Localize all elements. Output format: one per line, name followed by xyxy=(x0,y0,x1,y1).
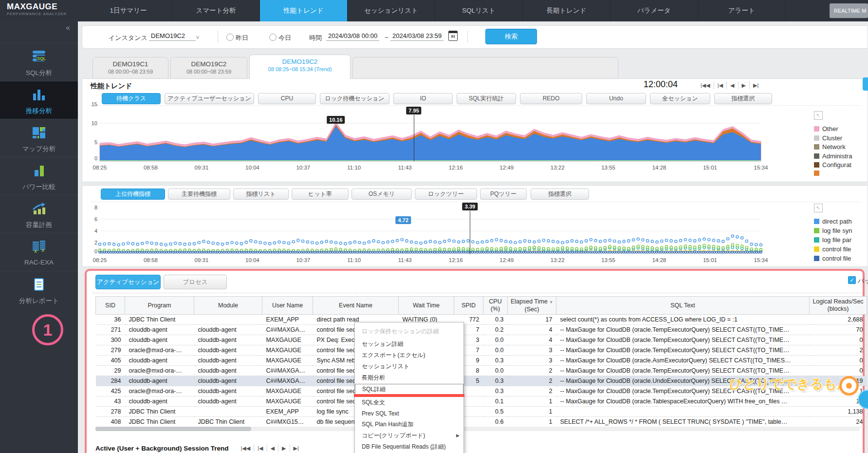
column-header-9[interactable]: SQL Text xyxy=(556,297,810,315)
table-row[interactable]: 300clouddb-agentclouddb-agentMAXGAUGEPX … xyxy=(96,335,867,345)
nav-tab-0[interactable]: 1日サマリー xyxy=(85,0,172,21)
menu-item-9[interactable]: コピー(クリップボード)▶ xyxy=(355,430,463,441)
column-header-3[interactable]: User Name xyxy=(262,297,313,315)
table-row[interactable]: 278JDBC Thin ClientEXEM_APPlog file sync… xyxy=(96,407,867,417)
sidebar-item-label: RAC-EXA xyxy=(0,259,78,266)
instance-tab-2[interactable]: DEMO19C208 08:25~08 15:34 (Trend) xyxy=(249,55,351,79)
chart2-tab-2[interactable]: 指標リスト xyxy=(233,189,289,200)
session-tab-1[interactable]: プロセス xyxy=(164,275,227,289)
background-checkbox[interactable]: ✓ xyxy=(848,276,856,284)
column-header-6[interactable]: SPID xyxy=(454,297,483,315)
menu-item-3[interactable]: セッションリスト xyxy=(355,361,463,372)
chart1-tab-9[interactable]: 指標選択 xyxy=(714,93,772,104)
instance-tab-3[interactable] xyxy=(352,57,618,79)
nav-tab-4[interactable]: SQLリスト xyxy=(435,0,523,21)
chart2-tab-5[interactable]: ロックツリー xyxy=(415,189,477,200)
table-row[interactable]: 279oracle@mxd-ora-…clouddb-agentMAXGAUGE… xyxy=(96,345,867,356)
footer-control-0[interactable]: |◀◀ xyxy=(237,444,254,452)
menu-item-10[interactable]: DB File Sequential Reads (詳細) xyxy=(355,441,463,453)
yesterday-radio[interactable] xyxy=(226,34,234,41)
chevron-down-icon[interactable]: ∨ xyxy=(196,34,200,40)
playback-control-2[interactable]: ◀ xyxy=(726,81,738,89)
nav-tab-1[interactable]: スマート分析 xyxy=(172,0,260,21)
chart1-tab-5[interactable]: SQL実行統計 xyxy=(457,93,516,104)
footer-control-3[interactable]: ▶ xyxy=(278,444,289,452)
column-header-1[interactable]: Program xyxy=(125,297,194,315)
playback-control-1[interactable]: |◀ xyxy=(714,81,726,89)
menu-item-8[interactable]: SQL Plan Hash追加 xyxy=(355,419,463,430)
menu-item-4[interactable]: 長期分析 xyxy=(355,372,463,383)
chart2-tab-0[interactable]: 上位待機指標 xyxy=(101,189,165,200)
chart1-tab-7[interactable]: Undo xyxy=(586,93,646,104)
sidebar-item-5[interactable]: XXRAC-EXA xyxy=(0,233,78,271)
menu-item-6[interactable]: SQL全文 xyxy=(355,397,463,408)
table-cell: C##MAXGA… xyxy=(262,376,313,386)
chart2-tab-3[interactable]: ヒット率 xyxy=(292,189,349,200)
playback-control-3[interactable]: ▶ xyxy=(738,81,749,89)
column-header-7[interactable]: CPU(%) xyxy=(483,297,508,315)
chart1-tab-0[interactable]: 待機クラス xyxy=(102,93,161,104)
time-from-field[interactable]: 2024/03/08 00:00 xyxy=(326,32,379,41)
chart1-tab-2[interactable]: CPU xyxy=(258,93,316,104)
clipped-action-button[interactable] xyxy=(863,77,868,91)
column-header-10[interactable]: Logical Reads/Sec(blocks) xyxy=(810,297,867,315)
legend1-swatch xyxy=(814,144,819,150)
instance-select[interactable]: DEMO19C2 xyxy=(149,32,196,41)
table-row[interactable]: 408JDBC Thin ClientJDBC Thin ClientC##MX… xyxy=(96,417,867,427)
chart1-tab-8[interactable]: 全セッション xyxy=(650,93,710,104)
playback-control-4[interactable]: ▶| xyxy=(749,81,762,89)
footer-control-2[interactable]: ◀ xyxy=(267,444,278,452)
legend-popup-icon[interactable]: ↖ xyxy=(814,111,823,120)
column-header-8[interactable]: Elapsed Time ▼(Sec) xyxy=(508,297,556,315)
nav-tab-5[interactable]: 長期トレンド xyxy=(523,0,610,21)
sidebar-item-4[interactable]: 容量計画 xyxy=(0,195,78,233)
playback-control-0[interactable]: |◀◀ xyxy=(697,81,714,89)
footer-control-1[interactable]: |◀ xyxy=(254,444,266,452)
sidebar-item-6[interactable]: 分析レポート xyxy=(0,271,78,309)
footer-control-4[interactable]: ▶| xyxy=(290,444,302,452)
legend-popup-icon[interactable]: ↖ xyxy=(814,204,823,212)
chart2-tab-6[interactable]: PQツリー xyxy=(480,189,527,200)
chart2-x-tick: 15:01 xyxy=(703,257,717,263)
column-header-0[interactable]: SID xyxy=(96,297,125,315)
chart1-tab-6[interactable]: REDO xyxy=(520,93,582,104)
table-row[interactable]: 29oracle@mxd-ora-…clouddb-agentC##MAXGA…… xyxy=(96,366,867,376)
calendar-icon[interactable]: 31 xyxy=(448,31,458,41)
sidebar-item-3[interactable]: パワー比較 xyxy=(0,157,78,195)
sidebar-item-1[interactable]: 推移分析 xyxy=(0,81,78,119)
column-header-2[interactable]: Module xyxy=(194,297,262,315)
chart1-tab-1[interactable]: アクティブユーザーセッション xyxy=(165,93,254,104)
sidebar-item-0[interactable]: SQLSQL分析 xyxy=(0,43,78,81)
table-row[interactable]: 36JDBC Thin ClientEXEM_APPdirect path re… xyxy=(96,315,867,325)
table-row[interactable]: 271clouddb-agentclouddb-agentC##MAXGA…co… xyxy=(96,325,867,335)
nav-tab-6[interactable]: パラメータ xyxy=(610,0,698,21)
instance-tab-1[interactable]: DEMO19C208 00:00~08 23:59 xyxy=(170,57,247,79)
menu-item-2[interactable]: エクスポート(エクセル) xyxy=(355,350,463,361)
column-header-5[interactable]: Wait Time xyxy=(399,297,454,315)
chart2-tab-4[interactable]: OSメモリ xyxy=(351,189,412,200)
table-cell: 0.3 xyxy=(483,376,508,386)
search-button[interactable]: 検索 xyxy=(485,29,537,44)
column-header-4[interactable]: Event Name xyxy=(313,297,399,315)
nav-tab-3[interactable]: セッションリスト xyxy=(348,0,435,21)
menu-item-7[interactable]: Prev SQL Text xyxy=(355,408,463,419)
time-to-field[interactable]: 2024/03/08 23:59 xyxy=(390,32,443,41)
nav-tab-7[interactable]: アラート xyxy=(698,0,786,21)
instance-tab-name: DEMO19C2 xyxy=(250,58,350,65)
menu-item-5[interactable]: SQL詳細 xyxy=(355,384,463,395)
sidebar-collapse-icon[interactable]: « xyxy=(66,23,70,32)
instance-tab-0[interactable]: DEMO19C108 00:00~08 23:59 xyxy=(92,57,168,79)
chart1-tab-3[interactable]: ロック待機セッション xyxy=(320,93,389,104)
sidebar-item-2[interactable]: マップ分析 xyxy=(0,119,78,157)
chart1-tab-4[interactable]: IO xyxy=(393,93,453,104)
session-tab-0[interactable]: アクティブセッション xyxy=(95,275,161,289)
today-radio[interactable] xyxy=(269,34,277,41)
chart2-tab-7[interactable]: 指標選択 xyxy=(531,189,589,200)
nav-tab-2[interactable]: 性能トレンド xyxy=(260,0,348,21)
chart2-tab-1[interactable]: 主要待機指標 xyxy=(168,189,230,200)
table-row[interactable]: 405clouddb-agentclouddb-agentMAXGAUGESyn… xyxy=(96,356,867,366)
table-row[interactable]: 43clouddb-agentclouddb-agentMAXGAUGEcont… xyxy=(96,396,867,407)
menu-item-1[interactable]: セッション詳細 xyxy=(355,339,463,350)
realtime-monitor-button[interactable]: REALTIME M xyxy=(830,3,868,18)
scrollbar-thumb[interactable] xyxy=(95,427,251,431)
